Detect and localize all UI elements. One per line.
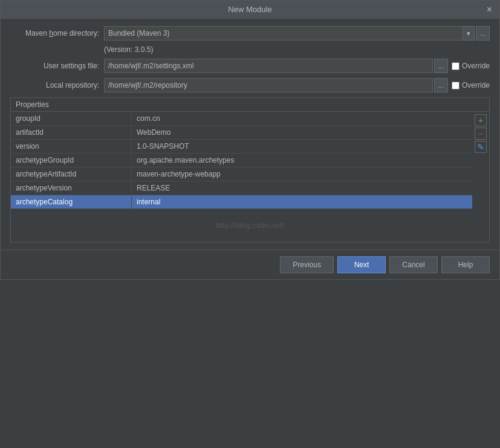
user-settings-override-label: Override — [462, 62, 490, 70]
add-property-button[interactable]: + — [475, 114, 487, 126]
table-row[interactable]: archetypeVersion RELEASE — [11, 181, 472, 195]
properties-header: Properties — [11, 98, 489, 112]
local-repo-row: Local repository: ... Override — [10, 78, 490, 93]
prop-value: com.cn — [132, 112, 472, 125]
prop-value: RELEASE — [132, 181, 472, 195]
user-settings-label: User settings file: — [10, 62, 104, 70]
prop-value: maven-archetype-webapp — [132, 167, 472, 181]
next-button[interactable]: Next — [337, 256, 386, 273]
watermark: http://blog.csdn.net/ — [11, 209, 489, 242]
properties-section: Properties groupId com.cn artifactId Web… — [10, 97, 490, 242]
user-settings-override: Override — [452, 62, 490, 70]
table-row[interactable]: version 1.0-SNAPSHOT — [11, 140, 472, 154]
prop-value: 1.0-SNAPSHOT — [132, 140, 472, 153]
maven-version-row: (Version: 3.0.5) — [104, 45, 490, 54]
user-settings-input[interactable] — [104, 59, 433, 73]
maven-select-wrap: ▾ ... — [104, 26, 490, 41]
remove-property-button[interactable]: − — [475, 128, 487, 140]
prop-value: org.apache.maven.archetypes — [132, 154, 472, 167]
title-bar: New Module × — [1, 1, 499, 19]
new-module-dialog: New Module × Maven home directory: ▾ ...… — [0, 0, 500, 280]
prop-key: archetypeGroupId — [11, 154, 132, 167]
maven-home-input[interactable] — [104, 26, 463, 41]
cancel-button[interactable]: Cancel — [389, 256, 438, 273]
dialog-body: Maven home directory: ▾ ... (Version: 3.… — [1, 19, 499, 250]
table-row[interactable]: archetypeGroupId org.apache.maven.archet… — [11, 154, 472, 167]
prop-key: artifactId — [11, 126, 132, 139]
table-row[interactable]: archetypeArtifactId maven-archetype-weba… — [11, 167, 472, 181]
user-settings-override-checkbox[interactable] — [452, 62, 459, 70]
previous-button[interactable]: Previous — [280, 256, 334, 273]
maven-version-text: (Version: 3.0.5) — [104, 45, 153, 54]
dialog-title: New Module — [228, 5, 271, 14]
properties-actions: + − ✎ — [472, 112, 489, 209]
local-repo-override-label: Override — [462, 81, 490, 89]
table-row[interactable]: artifactId WebDemo — [11, 126, 472, 140]
edit-property-button[interactable]: ✎ — [475, 141, 487, 153]
local-repo-override: Override — [452, 81, 490, 89]
maven-home-row: Maven home directory: ▾ ... — [10, 26, 490, 41]
user-settings-browse-button[interactable]: ... — [434, 59, 448, 73]
local-repo-browse-button[interactable]: ... — [434, 78, 448, 93]
table-row[interactable]: archetypeCatalog internal — [11, 195, 472, 209]
user-settings-row: User settings file: ... Override — [10, 59, 490, 73]
maven-home-label: Maven home directory: — [10, 29, 104, 37]
prop-value: WebDemo — [132, 126, 472, 139]
local-repo-label: Local repository: — [10, 81, 104, 89]
properties-content: groupId com.cn artifactId WebDemo versio… — [11, 112, 489, 209]
dialog-footer: Previous Next Cancel Help — [1, 250, 499, 279]
close-button[interactable]: × — [484, 4, 495, 16]
prop-key: groupId — [11, 112, 132, 125]
properties-table: groupId com.cn artifactId WebDemo versio… — [11, 112, 472, 209]
help-button[interactable]: Help — [441, 256, 490, 273]
prop-key: archetypeVersion — [11, 181, 132, 195]
table-row[interactable]: groupId com.cn — [11, 112, 472, 126]
prop-key: archetypeCatalog — [11, 195, 132, 209]
local-repo-override-checkbox[interactable] — [452, 82, 459, 89]
prop-value: internal — [132, 195, 472, 209]
user-settings-input-group: ... Override — [104, 59, 490, 73]
local-repo-input[interactable] — [104, 78, 433, 93]
local-repo-input-group: ... Override — [104, 78, 490, 93]
maven-browse-button[interactable]: ... — [476, 26, 490, 41]
prop-key: version — [11, 140, 132, 153]
maven-dropdown-arrow[interactable]: ▾ — [463, 26, 475, 41]
prop-key: archetypeArtifactId — [11, 167, 132, 181]
